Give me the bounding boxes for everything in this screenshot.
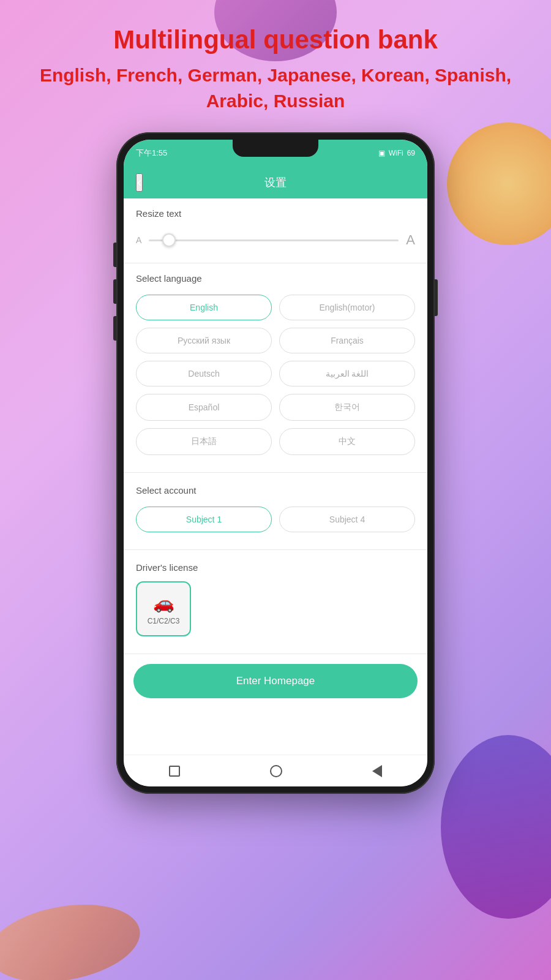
resize-text-section: Resize text A A	[124, 198, 427, 263]
account-btn-subject1[interactable]: Subject 1	[136, 507, 272, 532]
android-nav-bar	[124, 755, 427, 786]
text-size-slider-row: A A	[136, 227, 415, 253]
phone-btn-power	[435, 279, 438, 316]
phone-btn-volume-up	[113, 243, 116, 267]
phone-notch	[233, 140, 318, 157]
slider-thumb[interactable]	[162, 233, 176, 247]
signal-icon: 69	[407, 149, 415, 157]
page-content: Multilingual question bank English, Fren…	[0, 0, 551, 794]
language-grid: English English(motor) Русский язык Fran…	[136, 292, 415, 465]
screen-content: Resize text A A Select language English	[124, 198, 427, 755]
header-title: 设置	[264, 175, 287, 190]
license-section-label: Driver's license	[136, 562, 415, 573]
lang-btn-russian[interactable]: Русский язык	[136, 328, 272, 353]
divider-3	[124, 654, 427, 654]
lang-btn-spanish[interactable]: Español	[136, 394, 272, 421]
account-grid: Subject 1 Subject 4	[136, 504, 415, 542]
divider-2	[124, 549, 427, 550]
phone-btn-silent	[113, 316, 116, 341]
license-card[interactable]: 🚗 C1/C2/C3	[136, 581, 191, 636]
nav-back-icon[interactable]	[372, 765, 382, 777]
account-section: Select account Subject 1 Subject 4	[124, 475, 427, 547]
app-header: ‹ 设置	[124, 167, 427, 198]
phone-btn-volume-down	[113, 279, 116, 304]
lang-btn-arabic[interactable]: اللغة العربية	[279, 361, 415, 386]
language-section: Select language English English(motor) Р…	[124, 263, 427, 470]
language-section-label: Select language	[136, 273, 415, 284]
lang-btn-japanese[interactable]: 日本語	[136, 428, 272, 455]
status-icons: ▣ WiFi 69	[378, 149, 415, 157]
phone-screen: 下午1:55 ▣ WiFi 69 ‹ 设置 Resize text	[124, 140, 427, 786]
lang-btn-german[interactable]: Deutsch	[136, 361, 272, 386]
phone-mockup: 下午1:55 ▣ WiFi 69 ‹ 设置 Resize text	[116, 132, 435, 794]
license-type-label: C1/C2/C3	[148, 617, 180, 625]
back-button[interactable]: ‹	[136, 173, 143, 192]
nav-square-icon[interactable]	[169, 766, 180, 777]
lang-btn-english[interactable]: English	[136, 295, 272, 320]
main-title: Multilingual question bank	[113, 24, 438, 55]
account-btn-subject4[interactable]: Subject 4	[279, 507, 415, 532]
wifi-icon: WiFi	[389, 149, 403, 157]
lang-btn-chinese[interactable]: 中文	[279, 428, 415, 455]
nav-home-icon[interactable]	[270, 765, 282, 777]
battery-icon: ▣	[378, 149, 385, 157]
status-time: 下午1:55	[136, 148, 167, 159]
divider-1	[124, 472, 427, 473]
lang-btn-french[interactable]: Français	[279, 328, 415, 353]
resize-text-label: Resize text	[136, 208, 415, 219]
enter-homepage-button[interactable]: Enter Homepage	[133, 664, 418, 698]
subtitle: English, French, German, Japanese, Korea…	[0, 62, 551, 114]
lang-btn-korean[interactable]: 한국어	[279, 394, 415, 421]
account-section-label: Select account	[136, 485, 415, 496]
license-section: Driver's license 🚗 C1/C2/C3	[124, 552, 427, 651]
slider-a-large: A	[406, 232, 415, 248]
lang-btn-english-motor[interactable]: English(motor)	[279, 295, 415, 320]
enter-btn-container: Enter Homepage	[124, 657, 427, 710]
slider-a-small: A	[136, 235, 141, 245]
slider-track[interactable]	[149, 239, 399, 241]
car-icon: 🚗	[153, 593, 174, 613]
